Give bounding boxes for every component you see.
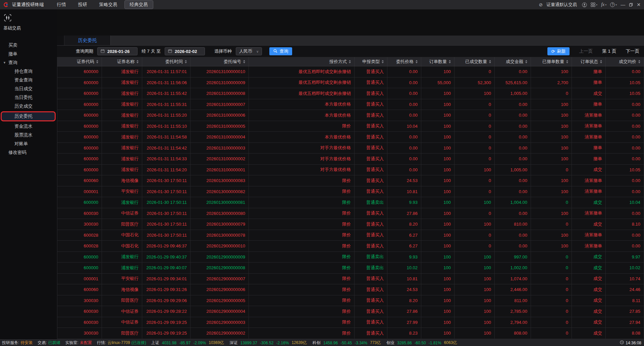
column-header-filled[interactable]: 已成交数量: [454, 57, 495, 66]
cell-avg: 10.04: [606, 197, 644, 208]
menu-item-1[interactable]: 投研: [73, 1, 92, 9]
tab-bar: 历史委托: [57, 36, 644, 46]
expand-caret-icon[interactable]: ▼: [3, 61, 6, 64]
table-row-18[interactable]: 600000浦发银行2026-01-29 09:40:0720260129000…: [57, 263, 644, 274]
sidebar-item-3[interactable]: 持仓查询: [0, 67, 57, 76]
cell-name: 平安银行: [102, 186, 142, 197]
column-header-avg[interactable]: 成交均价: [606, 57, 644, 66]
sidebar-item-1[interactable]: 撤单: [0, 50, 57, 58]
page-indicator: 第1页: [602, 48, 616, 54]
table-row-3[interactable]: 600000浦发银行2026-01-31 11:55:3120260131000…: [57, 99, 644, 110]
refresh-button[interactable]: ⟳ 刷新: [547, 47, 570, 55]
table-row-2[interactable]: 600000浦发银行2026-01-31 11:55:4220260131000…: [57, 88, 644, 99]
sidebar-item-7[interactable]: 历史成交: [0, 102, 57, 111]
table-row-7[interactable]: 600000浦发银行2026-01-31 11:54:4220260131000…: [57, 143, 644, 154]
column-header-name[interactable]: 证券名称: [102, 57, 142, 66]
sidebar-item-5[interactable]: 当日成交: [0, 84, 57, 93]
column-header-code[interactable]: 证券代码: [57, 57, 102, 66]
cell-entrust: 普通买入: [355, 230, 387, 241]
cell-quote: 限价: [249, 328, 355, 339]
column-header-cancelled[interactable]: 已撤单数量: [531, 57, 572, 66]
table-row-22[interactable]: 600030中信证券2026-01-29 09:28:2220260129000…: [57, 306, 644, 317]
sort-arrows-icon: [638, 60, 640, 63]
table-row-0[interactable]: 600000浦发银行2026-01-31 11:57:0120260131000…: [57, 66, 644, 77]
column-header-time[interactable]: 委托时间: [142, 57, 191, 66]
table-row-14[interactable]: 300030阳普医疗2026-01-30 17:50:1120260130000…: [57, 219, 644, 230]
column-label: 成交金额: [506, 59, 523, 65]
table-row-17[interactable]: 600000浦发银行2026-01-29 09:40:3720260129000…: [57, 252, 644, 263]
cell-status: 成交: [572, 88, 606, 99]
query-button[interactable]: 查询: [269, 47, 292, 55]
table-row-9[interactable]: 600000浦发银行2026-01-31 11:54:2020260131000…: [57, 165, 644, 176]
menu-item-0[interactable]: 行情: [52, 1, 71, 9]
sidebar-item-11[interactable]: 对账单: [0, 139, 57, 148]
table-row-16[interactable]: 600028中国石化2026-01-29 09:46:3720260129000…: [57, 241, 644, 252]
menu-item-2[interactable]: 策略交易: [94, 1, 122, 9]
column-header-qty[interactable]: 订单数量: [421, 57, 454, 66]
sidebar-item-2[interactable]: ▼查询: [0, 58, 57, 67]
table-row-13[interactable]: 600030中信证券2026-01-30 17:50:1120260130000…: [57, 208, 644, 219]
cell-qty: 100: [421, 252, 454, 263]
sidebar-item-12[interactable]: 修改密码: [0, 148, 57, 157]
table-row-5[interactable]: 600000浦发银行2026-01-31 11:55:1020260131000…: [57, 121, 644, 132]
table-row-24[interactable]: 300030阳普医疗2026-01-29 09:19:2520260129000…: [57, 328, 644, 339]
layout-icon[interactable]: ▾: [591, 2, 597, 7]
table-row-12[interactable]: 600000浦发银行2026-01-30 17:50:1120260130000…: [57, 197, 644, 208]
help-icon[interactable]: ? ▾: [610, 2, 617, 7]
column-header-entrust[interactable]: 申报类型: [355, 57, 387, 66]
table-row-15[interactable]: 600028中国石化2026-01-30 17:50:1120260130000…: [57, 230, 644, 241]
fx-formula-icon[interactable]: fx ▾: [601, 2, 606, 7]
table-row-1[interactable]: 600000浦发银行2026-01-31 11:56:0620260131000…: [57, 77, 644, 89]
cell-order: 2026013000000082: [191, 186, 249, 197]
sidebar-item-10[interactable]: 股票流水: [0, 131, 57, 139]
column-header-status[interactable]: 订单状态: [572, 57, 606, 66]
cell-qty: 100: [421, 143, 454, 154]
cell-avg: 10.74: [606, 274, 644, 284]
cell-qty: 100: [421, 197, 454, 208]
table-row-11[interactable]: 000001平安银行2026-01-30 17:50:1120260130000…: [57, 186, 644, 197]
sidebar-item-4[interactable]: 资金查询: [0, 76, 57, 84]
currency-select[interactable]: 人民币 ∨: [236, 47, 262, 55]
table-row-4[interactable]: 600000浦发银行2026-01-31 11:55:2020260131000…: [57, 110, 644, 121]
start-date-input[interactable]: 2026-01-26: [97, 47, 138, 55]
clock-icon: [620, 340, 624, 345]
sidebar-item-6[interactable]: 当日委托: [0, 93, 57, 102]
close-icon[interactable]: ✕: [637, 2, 641, 7]
cell-price: 6.27: [387, 241, 421, 251]
cell-qty: 100: [421, 263, 454, 273]
next-page-button[interactable]: 下一页: [626, 48, 640, 54]
column-header-price[interactable]: 委托价格: [387, 57, 421, 66]
menu-item-3[interactable]: 经典交易: [124, 0, 153, 9]
privacy-mode-icon[interactable]: ⊘: [539, 2, 543, 7]
table-row-8[interactable]: 600000浦发银行2026-01-31 11:54:3320260131000…: [57, 154, 644, 165]
table-row-20[interactable]: 600060海信视像2026-01-29 09:31:2620260129000…: [57, 284, 644, 295]
end-date-input[interactable]: 2026-02-02: [165, 47, 205, 55]
tab-history-orders[interactable]: 历史委托: [64, 36, 111, 45]
table-row-23[interactable]: 600030中信证券2026-01-29 09:19:2520260129000…: [57, 317, 644, 328]
cell-status: 成交: [572, 284, 606, 295]
sidebar-item-8[interactable]: 历史委托: [1, 111, 56, 121]
user-icon[interactable]: [582, 2, 587, 7]
prev-page-button[interactable]: 上一页: [579, 48, 593, 54]
column-header-amount[interactable]: 成交金额: [495, 57, 531, 66]
table-row-19[interactable]: 000001平安银行2026-01-29 09:34:0120260129000…: [57, 274, 644, 285]
module-basic-trading[interactable]: 基础交易: [0, 9, 57, 36]
cell-name: 阳普医疗: [102, 328, 142, 339]
cell-price: 0.00: [387, 165, 421, 175]
sidebar-nav: 买卖撤单▼查询持仓查询资金查询当日成交当日委托历史成交历史委托资金流水股票流水对…: [0, 36, 57, 157]
column-header-order[interactable]: 委托编号: [191, 57, 249, 66]
cell-order: 2026012900000002: [191, 328, 249, 339]
cell-status: 清算撤单: [572, 110, 606, 121]
table-row-6[interactable]: 600000浦发银行2026-01-31 11:54:5820260131000…: [57, 132, 644, 143]
sidebar-item-0[interactable]: 买卖: [0, 41, 57, 50]
table-row-21[interactable]: 300030阳普医疗2026-01-29 09:29:0620260129000…: [57, 295, 644, 306]
cell-cancelled: 0: [531, 317, 572, 328]
minimize-icon[interactable]: —: [621, 2, 625, 7]
table-row-10[interactable]: 600060海信视像2026-01-30 17:50:1120260130000…: [57, 175, 644, 186]
column-header-quote[interactable]: 报价方式: [249, 57, 355, 66]
cell-amount: 0.00: [495, 143, 531, 154]
cell-filled: 100: [454, 88, 495, 99]
maximize-icon[interactable]: [629, 3, 633, 7]
sidebar-item-9[interactable]: 资金流水: [0, 122, 57, 131]
end-date-value: 2026-02-02: [175, 49, 197, 54]
